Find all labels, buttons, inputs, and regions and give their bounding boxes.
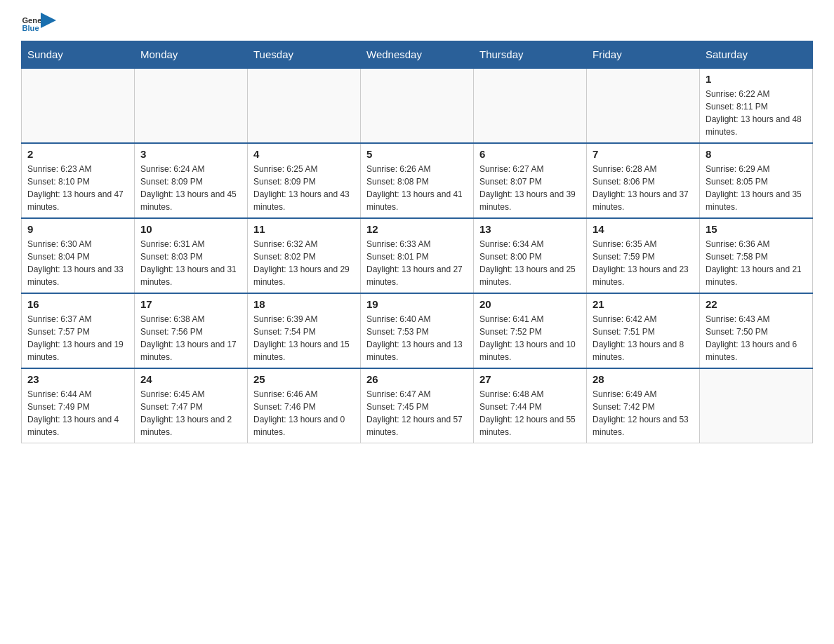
day-number: 27	[479, 373, 581, 385]
calendar-week-row: 2Sunrise: 6:23 AM Sunset: 8:10 PM Daylig…	[22, 143, 813, 218]
calendar-header-monday: Monday	[135, 41, 248, 69]
calendar-table: SundayMondayTuesdayWednesdayThursdayFrid…	[21, 41, 813, 443]
day-number: 10	[140, 223, 241, 235]
calendar-cell: 3Sunrise: 6:24 AM Sunset: 8:09 PM Daylig…	[135, 143, 248, 218]
day-number: 28	[593, 373, 694, 385]
day-info: Sunrise: 6:28 AM Sunset: 8:06 PM Dayligh…	[593, 163, 694, 213]
day-number: 22	[706, 298, 807, 310]
calendar-cell: 21Sunrise: 6:42 AM Sunset: 7:51 PM Dayli…	[587, 293, 700, 368]
day-info: Sunrise: 6:41 AM Sunset: 7:52 PM Dayligh…	[479, 313, 581, 363]
day-number: 7	[593, 148, 694, 160]
calendar-cell: 24Sunrise: 6:45 AM Sunset: 7:47 PM Dayli…	[135, 368, 248, 443]
day-info: Sunrise: 6:36 AM Sunset: 7:58 PM Dayligh…	[706, 238, 807, 288]
day-number: 3	[140, 148, 241, 160]
calendar-header-friday: Friday	[587, 41, 700, 69]
day-number: 16	[27, 298, 128, 310]
day-info: Sunrise: 6:49 AM Sunset: 7:42 PM Dayligh…	[593, 388, 694, 438]
day-info: Sunrise: 6:22 AM Sunset: 8:11 PM Dayligh…	[706, 88, 807, 138]
day-info: Sunrise: 6:31 AM Sunset: 8:03 PM Dayligh…	[140, 238, 241, 288]
day-info: Sunrise: 6:46 AM Sunset: 7:46 PM Dayligh…	[253, 388, 355, 438]
calendar-cell: 17Sunrise: 6:38 AM Sunset: 7:56 PM Dayli…	[135, 293, 248, 368]
calendar-cell: 14Sunrise: 6:35 AM Sunset: 7:59 PM Dayli…	[587, 218, 700, 293]
calendar-cell: 9Sunrise: 6:30 AM Sunset: 8:04 PM Daylig…	[22, 218, 135, 293]
day-number: 6	[479, 148, 581, 160]
calendar-cell: 25Sunrise: 6:46 AM Sunset: 7:46 PM Dayli…	[248, 368, 361, 443]
calendar-cell: 27Sunrise: 6:48 AM Sunset: 7:44 PM Dayli…	[474, 368, 587, 443]
calendar-cell: 15Sunrise: 6:36 AM Sunset: 7:58 PM Dayli…	[700, 218, 813, 293]
calendar-cell: 23Sunrise: 6:44 AM Sunset: 7:49 PM Dayli…	[22, 368, 135, 443]
calendar-week-row: 16Sunrise: 6:37 AM Sunset: 7:57 PM Dayli…	[22, 293, 813, 368]
calendar-cell	[587, 68, 700, 143]
day-number: 4	[253, 148, 355, 160]
logo-icon: General Blue	[21, 14, 41, 34]
calendar-cell: 8Sunrise: 6:29 AM Sunset: 8:05 PM Daylig…	[700, 143, 813, 218]
calendar-cell: 28Sunrise: 6:49 AM Sunset: 7:42 PM Dayli…	[587, 368, 700, 443]
day-info: Sunrise: 6:45 AM Sunset: 7:47 PM Dayligh…	[140, 388, 241, 438]
calendar-header-tuesday: Tuesday	[248, 41, 361, 69]
day-info: Sunrise: 6:27 AM Sunset: 8:07 PM Dayligh…	[479, 163, 581, 213]
day-info: Sunrise: 6:24 AM Sunset: 8:09 PM Dayligh…	[140, 163, 241, 213]
calendar-cell: 6Sunrise: 6:27 AM Sunset: 8:07 PM Daylig…	[474, 143, 587, 218]
calendar-cell: 13Sunrise: 6:34 AM Sunset: 8:00 PM Dayli…	[474, 218, 587, 293]
day-number: 9	[27, 223, 128, 235]
calendar-cell: 19Sunrise: 6:40 AM Sunset: 7:53 PM Dayli…	[361, 293, 474, 368]
day-number: 13	[479, 223, 581, 235]
day-info: Sunrise: 6:47 AM Sunset: 7:45 PM Dayligh…	[366, 388, 468, 438]
svg-text:General: General	[22, 16, 41, 25]
day-number: 15	[706, 223, 807, 235]
calendar-cell: 11Sunrise: 6:32 AM Sunset: 8:02 PM Dayli…	[248, 218, 361, 293]
logo: General Blue	[21, 14, 56, 34]
calendar-cell	[22, 68, 135, 143]
day-number: 1	[706, 73, 807, 85]
calendar-cell: 10Sunrise: 6:31 AM Sunset: 8:03 PM Dayli…	[135, 218, 248, 293]
day-number: 14	[593, 223, 694, 235]
calendar-header-row: SundayMondayTuesdayWednesdayThursdayFrid…	[22, 41, 813, 69]
calendar-cell	[361, 68, 474, 143]
day-info: Sunrise: 6:29 AM Sunset: 8:05 PM Dayligh…	[706, 163, 807, 213]
day-number: 21	[593, 298, 694, 310]
day-number: 25	[253, 373, 355, 385]
day-number: 8	[706, 148, 807, 160]
svg-text:Blue: Blue	[22, 24, 39, 32]
calendar-cell: 12Sunrise: 6:33 AM Sunset: 8:01 PM Dayli…	[361, 218, 474, 293]
calendar-week-row: 1Sunrise: 6:22 AM Sunset: 8:11 PM Daylig…	[22, 68, 813, 143]
day-info: Sunrise: 6:42 AM Sunset: 7:51 PM Dayligh…	[593, 313, 694, 363]
day-info: Sunrise: 6:44 AM Sunset: 7:49 PM Dayligh…	[27, 388, 128, 438]
day-info: Sunrise: 6:26 AM Sunset: 8:08 PM Dayligh…	[366, 163, 468, 213]
day-number: 23	[27, 373, 128, 385]
calendar-cell: 16Sunrise: 6:37 AM Sunset: 7:57 PM Dayli…	[22, 293, 135, 368]
day-info: Sunrise: 6:23 AM Sunset: 8:10 PM Dayligh…	[27, 163, 128, 213]
day-info: Sunrise: 6:33 AM Sunset: 8:01 PM Dayligh…	[366, 238, 468, 288]
calendar-cell: 20Sunrise: 6:41 AM Sunset: 7:52 PM Dayli…	[474, 293, 587, 368]
calendar-cell	[248, 68, 361, 143]
day-info: Sunrise: 6:32 AM Sunset: 8:02 PM Dayligh…	[253, 238, 355, 288]
day-number: 26	[366, 373, 468, 385]
day-info: Sunrise: 6:35 AM Sunset: 7:59 PM Dayligh…	[593, 238, 694, 288]
day-info: Sunrise: 6:38 AM Sunset: 7:56 PM Dayligh…	[140, 313, 241, 363]
calendar-header-wednesday: Wednesday	[361, 41, 474, 69]
calendar-week-row: 9Sunrise: 6:30 AM Sunset: 8:04 PM Daylig…	[22, 218, 813, 293]
day-info: Sunrise: 6:30 AM Sunset: 8:04 PM Dayligh…	[27, 238, 128, 288]
calendar-header-thursday: Thursday	[474, 41, 587, 69]
calendar-week-row: 23Sunrise: 6:44 AM Sunset: 7:49 PM Dayli…	[22, 368, 813, 443]
calendar-cell	[474, 68, 587, 143]
day-info: Sunrise: 6:25 AM Sunset: 8:09 PM Dayligh…	[253, 163, 355, 213]
day-number: 17	[140, 298, 241, 310]
day-number: 5	[366, 148, 468, 160]
day-info: Sunrise: 6:34 AM Sunset: 8:00 PM Dayligh…	[479, 238, 581, 288]
day-number: 24	[140, 373, 241, 385]
logo-arrow-icon	[41, 13, 56, 28]
calendar-cell: 22Sunrise: 6:43 AM Sunset: 7:50 PM Dayli…	[700, 293, 813, 368]
day-number: 2	[27, 148, 128, 160]
calendar-cell: 1Sunrise: 6:22 AM Sunset: 8:11 PM Daylig…	[700, 68, 813, 143]
day-info: Sunrise: 6:40 AM Sunset: 7:53 PM Dayligh…	[366, 313, 468, 363]
calendar-cell: 7Sunrise: 6:28 AM Sunset: 8:06 PM Daylig…	[587, 143, 700, 218]
calendar-cell: 26Sunrise: 6:47 AM Sunset: 7:45 PM Dayli…	[361, 368, 474, 443]
day-info: Sunrise: 6:37 AM Sunset: 7:57 PM Dayligh…	[27, 313, 128, 363]
day-number: 12	[366, 223, 468, 235]
calendar-header-saturday: Saturday	[700, 41, 813, 69]
day-number: 19	[366, 298, 468, 310]
calendar-cell: 2Sunrise: 6:23 AM Sunset: 8:10 PM Daylig…	[22, 143, 135, 218]
day-number: 18	[253, 298, 355, 310]
day-info: Sunrise: 6:43 AM Sunset: 7:50 PM Dayligh…	[706, 313, 807, 363]
